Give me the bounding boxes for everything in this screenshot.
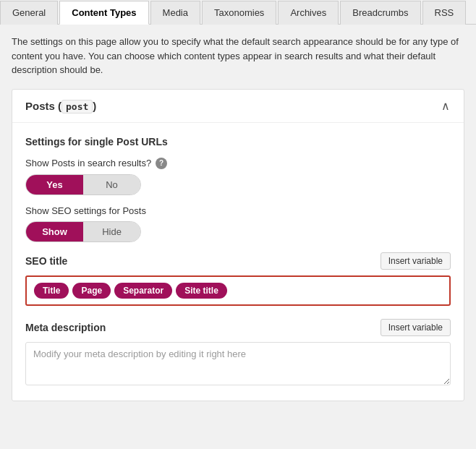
meta-textarea[interactable] <box>25 342 451 385</box>
tab-taxonomies[interactable]: Taxonomies <box>202 1 276 25</box>
toggle-yes[interactable]: Yes <box>26 175 83 194</box>
seo-title-label: SEO title <box>25 255 67 267</box>
search-results-toggle[interactable]: Yes No <box>25 174 141 195</box>
card-body: Settings for single Post URLs Show Posts… <box>12 123 464 401</box>
tab-archives[interactable]: Archives <box>278 1 339 25</box>
tab-media[interactable]: Media <box>150 1 200 25</box>
toggle-show[interactable]: Show <box>26 222 83 241</box>
card-title: Posts (post) <box>25 100 96 112</box>
toggle-hide[interactable]: Hide <box>83 222 140 241</box>
insert-variable-meta-button[interactable]: Insert variable <box>381 319 451 336</box>
card-header: Posts (post) ∧ <box>12 90 464 123</box>
main-content: The settings on this page allow you to s… <box>0 25 476 411</box>
seo-title-section: SEO title Insert variable Title Page Sep… <box>25 252 451 306</box>
tab-rss[interactable]: RSS <box>422 1 467 25</box>
show-seo-row: Show SEO settings for Posts Show Hide <box>25 205 451 242</box>
tag-site-title[interactable]: Site title <box>176 283 227 299</box>
tag-separator[interactable]: Separator <box>114 283 172 299</box>
tab-breadcrumbs[interactable]: Breadcrumbs <box>340 1 420 25</box>
tab-general[interactable]: General <box>0 1 58 25</box>
posts-card: Posts (post) ∧ Settings for single Post … <box>12 89 464 401</box>
meta-label: Meta description <box>25 322 106 333</box>
seo-title-header: SEO title Insert variable <box>25 252 451 270</box>
seo-title-input[interactable]: Title Page Separator Site title <box>25 275 451 306</box>
show-in-search-row: Show Posts in search results? ? Yes No <box>25 158 451 195</box>
section-title: Settings for single Post URLs <box>25 136 451 147</box>
post-type-code: post <box>61 100 93 114</box>
tab-content-types[interactable]: Content Types <box>59 1 148 25</box>
help-icon[interactable]: ? <box>156 158 167 169</box>
tag-title[interactable]: Title <box>34 283 69 299</box>
insert-variable-button[interactable]: Insert variable <box>381 252 451 270</box>
meta-description-section: Meta description Insert variable <box>25 319 451 388</box>
tab-bar: General Content Types Media Taxonomies A… <box>0 0 476 25</box>
page-description: The settings on this page allow you to s… <box>12 35 464 77</box>
collapse-icon[interactable]: ∧ <box>441 101 451 111</box>
toggle-no[interactable]: No <box>83 175 140 194</box>
meta-header: Meta description Insert variable <box>25 319 451 336</box>
show-in-search-label: Show Posts in search results? ? <box>25 158 451 169</box>
show-seo-label: Show SEO settings for Posts <box>25 205 451 216</box>
tag-page[interactable]: Page <box>72 283 111 299</box>
seo-settings-toggle[interactable]: Show Hide <box>25 221 141 242</box>
